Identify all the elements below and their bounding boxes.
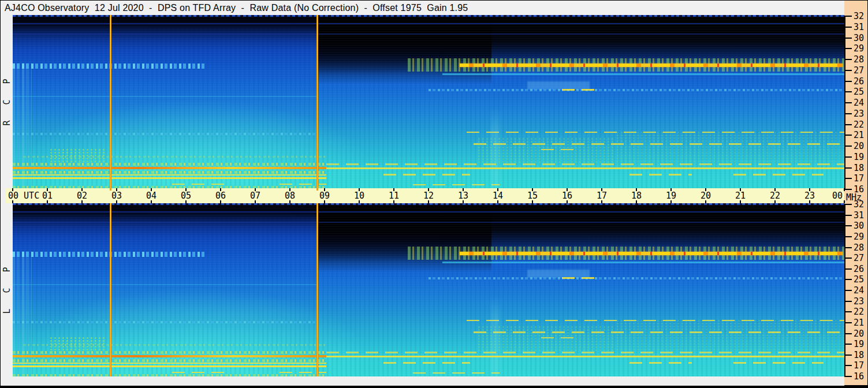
time-axis-label: 13 (452, 191, 475, 201)
feature-dash-yellow (733, 174, 824, 176)
freq-axis-label: 29 (854, 43, 867, 54)
feature-line-yellow (13, 174, 326, 176)
time-tick (844, 188, 845, 191)
time-axis-label: 09 (313, 191, 336, 201)
calibration-line-mark (110, 188, 111, 191)
time-axis-label: 17 (590, 191, 613, 201)
freq-tick (845, 146, 852, 147)
time-axis-label: 05 (174, 191, 198, 201)
feature-line-cyan (442, 262, 844, 263)
time-axis-label: 07 (244, 191, 267, 201)
feature-glow-v (491, 295, 500, 376)
feature-dash-yellow (383, 174, 470, 176)
feature-dots-green (616, 131, 844, 168)
freq-tick (845, 355, 852, 356)
freq-axis-label: 25 (854, 87, 867, 97)
time-axis-label: 03 (105, 191, 128, 201)
time-tick (844, 200, 845, 203)
freq-tick (845, 124, 852, 125)
freq-axis-label: 29 (854, 232, 867, 242)
freq-axis-label: 27 (854, 253, 867, 263)
freq-tick (845, 48, 852, 49)
freq-axis-label: 19 (854, 152, 867, 162)
feature-core-orange (460, 252, 843, 255)
freq-tick (845, 344, 852, 345)
feature-dash-yellow (562, 277, 600, 279)
freq-axis-label: 20 (854, 141, 867, 151)
feature-dash-yellow (629, 362, 692, 364)
time-axis-label: 22 (763, 191, 787, 201)
feature-line-blue-faint (13, 211, 844, 212)
time-axis-label: 16 (556, 191, 579, 201)
freq-axis-label: 32 (854, 199, 867, 210)
freq-tick (845, 156, 852, 158)
time-axis-label: 10 (348, 191, 371, 201)
feature-speckle-cyan (13, 133, 316, 135)
feature-line-blue-faint (13, 23, 844, 24)
freq-tick (845, 70, 852, 71)
time-axis-label: 11 (382, 191, 405, 201)
freq-axis-label: 17 (854, 360, 867, 371)
feature-dash-yellow (413, 372, 500, 374)
feature-vline (110, 15, 111, 188)
freq-tick (845, 38, 852, 39)
time-tick (12, 200, 13, 203)
time-axis-label: 19 (660, 191, 683, 201)
page-title: AJ4CO Observatory 12 Jul 2020 - DPS on T… (5, 1, 468, 15)
feature-line-cyan (13, 284, 318, 285)
freq-tick (845, 376, 852, 377)
feature-line-yellow (13, 177, 326, 179)
time-axis-label: 23 (798, 191, 821, 201)
freq-axis-label: 18 (854, 350, 867, 360)
frequency-scale: MHz 323130292827262524232221201918171632… (844, 1, 867, 385)
freq-axis-label: 31 (854, 22, 867, 32)
freq-tick (845, 215, 852, 216)
polarization-label-rcp-box: R C P (1, 15, 13, 188)
feature-dash-yellow (326, 163, 844, 165)
feature-line-yellow-orange (13, 167, 326, 169)
freq-tick (845, 91, 852, 92)
polarization-label-rcp: R C P (2, 77, 12, 125)
freq-axis-label: 23 (854, 296, 867, 307)
freq-tick (845, 135, 852, 136)
feature-dots-green (616, 319, 844, 356)
freq-axis-label: 21 (854, 130, 867, 140)
spectrogram-app-window: AJ4CO Observatory 12 Jul 2020 - DPS on T… (0, 0, 868, 388)
feature-dash-yellow (733, 362, 824, 364)
feature-dash-yellow (280, 372, 326, 374)
feature-speckle-green (23, 344, 326, 346)
freq-axis-label: 21 (854, 318, 867, 328)
freq-axis-label: 24 (854, 98, 867, 108)
time-axis-label: 08 (278, 191, 301, 201)
feature-speckle-green (13, 359, 326, 362)
freq-axis-label: 24 (854, 285, 867, 296)
feature-dash-yellow (413, 184, 500, 186)
freq-axis-label: 16 (854, 371, 867, 382)
feature-dash-yellow (172, 184, 231, 185)
freq-tick (845, 204, 852, 205)
freq-axis-label: 23 (854, 109, 867, 119)
spectrogram-panel-lcp (13, 203, 844, 376)
feature-line-cyan (13, 96, 318, 97)
feature-line-yellow (13, 363, 326, 364)
feature-vline (110, 203, 111, 376)
feature-glow-v (491, 107, 500, 188)
feature-layer (13, 203, 844, 376)
feature-line-yellow-orange (13, 355, 326, 357)
feature-dash-yellow (280, 184, 326, 185)
freq-tick (845, 365, 852, 366)
time-axis-end-label: 00 (832, 191, 843, 201)
freq-axis-label: 30 (854, 33, 867, 43)
footer-strip (1, 376, 844, 386)
time-axis-label: 21 (729, 191, 752, 201)
freq-tick (845, 279, 852, 280)
time-axis-label: 20 (694, 191, 717, 201)
feature-patch-blue (527, 81, 590, 89)
freq-axis-label: 30 (854, 221, 867, 231)
freq-tick (845, 301, 852, 302)
time-axis: 00 UTC 00 010203040506070809101112131415… (6, 188, 844, 203)
feature-dash-yellow (383, 362, 470, 364)
feature-speckle-cyan (13, 321, 316, 323)
freq-tick (845, 102, 852, 103)
feature-speckle-cyan (429, 89, 844, 91)
